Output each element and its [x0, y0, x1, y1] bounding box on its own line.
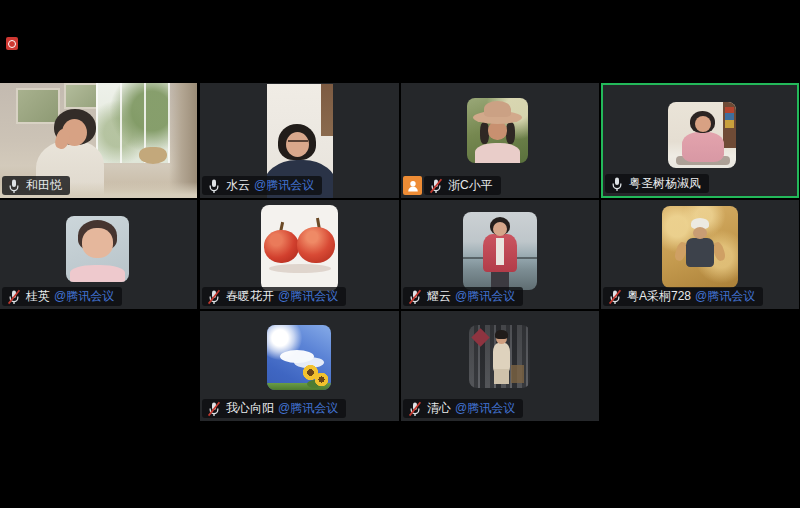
participant-name: 春暖花开	[226, 287, 274, 306]
phone-user-badge-icon	[403, 176, 422, 195]
participant-tile-active-speaker[interactable]: 粤圣树杨淑凤	[601, 83, 799, 198]
participant-tile[interactable]: 水云 @腾讯会议	[200, 83, 399, 198]
participant-tile[interactable]: 浙C小平	[401, 83, 599, 198]
avatar-image	[662, 206, 738, 288]
org-suffix: @腾讯会议	[278, 287, 338, 306]
mic-muted-icon	[408, 401, 422, 417]
name-label: 我心向阳 @腾讯会议	[202, 399, 346, 418]
org-suffix: @腾讯会议	[455, 399, 515, 418]
name-label: 耀云 @腾讯会议	[403, 287, 523, 306]
name-label: 水云 @腾讯会议	[202, 176, 322, 195]
avatar-image	[668, 102, 736, 168]
participant-name: 和田悦	[26, 176, 62, 195]
org-suffix: @腾讯会议	[278, 399, 338, 418]
participant-tile[interactable]: 春暖花开 @腾讯会议	[200, 200, 399, 309]
avatar-image	[467, 98, 528, 163]
mic-on-icon	[610, 176, 624, 192]
mic-muted-icon	[7, 289, 21, 305]
mic-muted-icon	[608, 289, 622, 305]
avatar-image	[267, 325, 331, 390]
name-label: 和田悦	[2, 176, 70, 195]
participant-tile[interactable]: 和田悦	[0, 83, 197, 198]
avatar-image	[469, 325, 530, 388]
participant-tile[interactable]: 耀云 @腾讯会议	[401, 200, 599, 309]
participant-name: 耀云	[427, 287, 451, 306]
participant-name: 浙C小平	[448, 176, 493, 195]
participant-name: 桂英	[26, 287, 50, 306]
participant-tile[interactable]: 我心向阳 @腾讯会议	[200, 311, 399, 421]
participant-name: 清心	[427, 399, 451, 418]
participant-name: 水云	[226, 176, 250, 195]
participant-tile[interactable]: 粤A采桐728 @腾讯会议	[601, 200, 799, 309]
mic-muted-icon	[408, 289, 422, 305]
name-label: 粤A采桐728 @腾讯会议	[603, 287, 763, 306]
avatar-image	[66, 216, 129, 282]
participant-tile[interactable]: 清心 @腾讯会议	[401, 311, 599, 421]
org-suffix: @腾讯会议	[455, 287, 515, 306]
participant-tile[interactable]: 桂英 @腾讯会议	[0, 200, 197, 309]
mic-on-icon	[7, 178, 21, 194]
recording-indicator-icon	[6, 37, 18, 50]
org-suffix: @腾讯会议	[695, 287, 755, 306]
mic-muted-icon	[207, 401, 221, 417]
participant-name: 粤圣树杨淑凤	[629, 174, 701, 193]
mic-on-icon	[207, 178, 221, 194]
participant-name: 我心向阳	[226, 399, 274, 418]
name-label: 浙C小平	[403, 176, 501, 195]
meeting-window: 和田悦 水云 @腾讯会议 浙C小平	[0, 0, 800, 508]
name-label: 粤圣树杨淑凤	[605, 174, 709, 193]
org-suffix: @腾讯会议	[54, 287, 114, 306]
name-label: 清心 @腾讯会议	[403, 399, 523, 418]
mic-muted-icon	[429, 178, 443, 194]
name-label: 春暖花开 @腾讯会议	[202, 287, 346, 306]
mic-muted-icon	[207, 289, 221, 305]
org-suffix: @腾讯会议	[254, 176, 314, 195]
avatar-image	[261, 205, 338, 291]
name-label: 桂英 @腾讯会议	[2, 287, 122, 306]
avatar-image	[463, 212, 537, 290]
participant-name: 粤A采桐728	[627, 287, 691, 306]
